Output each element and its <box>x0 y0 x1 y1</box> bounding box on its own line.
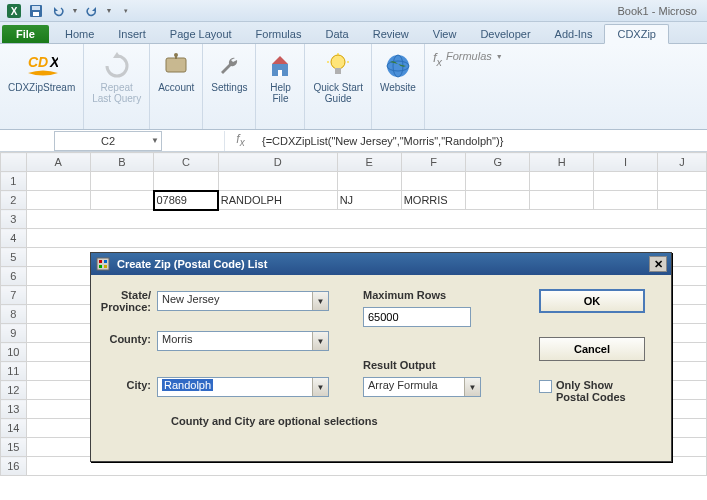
city-dropdown[interactable]: Randolph ▼ <box>157 377 329 397</box>
cell[interactable] <box>530 172 594 191</box>
row-header[interactable]: 10 <box>1 343 27 362</box>
save-icon[interactable] <box>26 2 46 20</box>
only-show-postal-codes-checkbox[interactable]: Only ShowPostal Codes <box>539 379 659 403</box>
chevron-down-icon[interactable]: ▼ <box>312 378 328 396</box>
col-header[interactable]: A <box>26 153 90 172</box>
row-header[interactable]: 2 <box>1 191 27 210</box>
row-header[interactable]: 11 <box>1 362 27 381</box>
cell[interactable] <box>530 191 594 210</box>
tab-formulas[interactable]: Formulas <box>244 25 314 43</box>
tab-pagelayout[interactable]: Page Layout <box>158 25 244 43</box>
quick-start-guide-button[interactable]: Quick Start Guide <box>313 48 362 104</box>
chevron-down-icon[interactable]: ▼ <box>104 2 114 20</box>
chevron-down-icon[interactable]: ▼ <box>496 53 503 60</box>
close-icon[interactable]: ✕ <box>649 256 667 272</box>
row-header[interactable]: 5 <box>1 248 27 267</box>
cell[interactable] <box>594 172 658 191</box>
col-header[interactable]: F <box>401 153 466 172</box>
checkbox-box[interactable] <box>539 380 552 393</box>
formula-bar[interactable]: {=CDXZipList("New Jersey","Morris","Rand… <box>256 135 707 147</box>
cell[interactable]: MORRIS <box>401 191 466 210</box>
row-header[interactable]: 6 <box>1 267 27 286</box>
col-header[interactable]: I <box>594 153 658 172</box>
row-header[interactable]: 4 <box>1 229 27 248</box>
svg-point-12 <box>331 55 345 69</box>
ok-button[interactable]: OK <box>539 289 645 313</box>
chevron-down-icon[interactable]: ▼ <box>464 378 480 396</box>
state-province-dropdown[interactable]: New Jersey ▼ <box>157 291 329 311</box>
tab-addins[interactable]: Add-Ins <box>543 25 605 43</box>
row-header[interactable]: 8 <box>1 305 27 324</box>
excel-icon[interactable]: X <box>4 2 24 20</box>
cell[interactable] <box>657 172 706 191</box>
col-header[interactable]: B <box>90 153 154 172</box>
tab-review[interactable]: Review <box>361 25 421 43</box>
col-header[interactable]: H <box>530 153 594 172</box>
chevron-down-icon[interactable]: ▼ <box>151 136 159 145</box>
cell[interactable] <box>90 172 154 191</box>
help-file-button[interactable]: Help File <box>264 48 296 104</box>
county-dropdown[interactable]: Morris ▼ <box>157 331 329 351</box>
cell[interactable] <box>26 210 706 229</box>
cell[interactable] <box>594 191 658 210</box>
col-header[interactable]: J <box>657 153 706 172</box>
cell[interactable] <box>154 172 218 191</box>
maximum-rows-field[interactable] <box>368 309 452 325</box>
create-zip-list-dialog: Create Zip (Postal Code) List ✕ State/ P… <box>90 252 672 462</box>
tab-cdxzip[interactable]: CDXZip <box>604 24 669 44</box>
cell[interactable] <box>218 172 337 191</box>
cell[interactable] <box>657 191 706 210</box>
row-header[interactable]: 9 <box>1 324 27 343</box>
cancel-button[interactable]: Cancel <box>539 337 645 361</box>
cell[interactable] <box>26 191 90 210</box>
fx-icon[interactable]: fx <box>433 50 442 68</box>
result-output-dropdown[interactable]: Array Formula ▼ <box>363 377 481 397</box>
button-label: Last Query <box>92 93 141 104</box>
cell[interactable] <box>401 172 466 191</box>
cell[interactable]: NJ <box>337 191 401 210</box>
maximum-rows-input[interactable] <box>363 307 471 327</box>
row-header[interactable]: 7 <box>1 286 27 305</box>
tab-insert[interactable]: Insert <box>106 25 158 43</box>
tab-file[interactable]: File <box>2 25 49 43</box>
cell[interactable] <box>90 191 154 210</box>
row-header[interactable]: 1 <box>1 172 27 191</box>
name-box[interactable]: C2 ▼ <box>54 131 162 151</box>
redo-icon[interactable] <box>82 2 102 20</box>
tab-view[interactable]: View <box>421 25 469 43</box>
row-header[interactable]: 15 <box>1 438 27 457</box>
tab-developer[interactable]: Developer <box>468 25 542 43</box>
cell[interactable] <box>466 172 530 191</box>
cdxzipstream-button[interactable]: CDX CDXZipStream <box>8 48 75 93</box>
chevron-down-icon[interactable]: ▼ <box>70 2 80 20</box>
qat-customize-icon[interactable]: ▾ <box>116 2 136 20</box>
cell[interactable] <box>466 191 530 210</box>
col-header[interactable]: C <box>154 153 218 172</box>
select-all-corner[interactable] <box>1 153 27 172</box>
chevron-down-icon[interactable]: ▼ <box>312 332 328 350</box>
row-header[interactable]: 16 <box>1 457 27 476</box>
row-header[interactable]: 3 <box>1 210 27 229</box>
insert-function-icon[interactable]: fx <box>224 131 256 151</box>
cell[interactable] <box>26 172 90 191</box>
cell-selected[interactable]: 07869 <box>154 191 218 210</box>
col-header[interactable]: E <box>337 153 401 172</box>
row-header[interactable]: 14 <box>1 419 27 438</box>
cell[interactable]: RANDOLPH <box>218 191 337 210</box>
col-header[interactable]: G <box>466 153 530 172</box>
row-header[interactable]: 12 <box>1 381 27 400</box>
dialog-titlebar[interactable]: Create Zip (Postal Code) List ✕ <box>91 253 671 275</box>
col-header[interactable]: D <box>218 153 337 172</box>
tab-home[interactable]: Home <box>53 25 106 43</box>
svg-text:X: X <box>49 54 58 70</box>
cell[interactable] <box>337 172 401 191</box>
cell[interactable] <box>26 229 706 248</box>
settings-button[interactable]: Settings <box>211 48 247 93</box>
repeat-last-query-button[interactable]: Repeat Last Query <box>92 48 141 104</box>
account-button[interactable]: Account <box>158 48 194 93</box>
tab-data[interactable]: Data <box>313 25 360 43</box>
undo-icon[interactable] <box>48 2 68 20</box>
website-button[interactable]: Website <box>380 48 416 93</box>
chevron-down-icon[interactable]: ▼ <box>312 292 328 310</box>
row-header[interactable]: 13 <box>1 400 27 419</box>
